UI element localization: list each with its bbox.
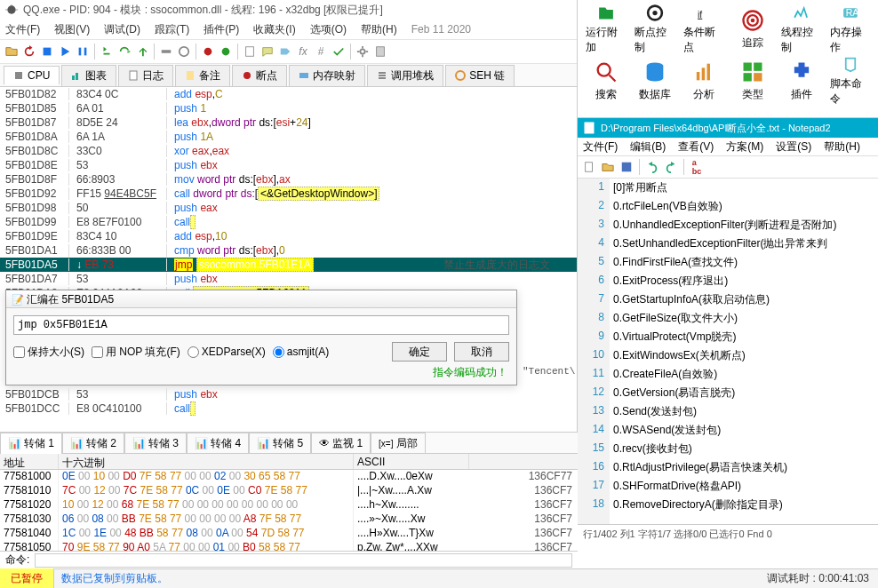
red-dot-icon[interactable] [200, 44, 216, 60]
text-line[interactable]: 0.CreateFileA(自效验) [613, 367, 874, 385]
notepad-toolbar[interactable]: abc [578, 155, 878, 179]
watch-tab[interactable]: 👁 监视 1 [311, 433, 371, 454]
ok-button[interactable]: 确定 [392, 342, 447, 362]
text-line[interactable]: 0.GetFileSize(取文件大小) [613, 311, 874, 330]
tool-cond-bp[interactable]: if条件断点 [683, 4, 724, 55]
label-icon[interactable] [277, 44, 293, 60]
np-menu-settings[interactable]: 设置(S) [776, 139, 811, 155]
locals-tab[interactable]: [x=] 局部 [371, 433, 425, 454]
dump-tabs[interactable]: 📊 转储 1 📊 转储 2 📊 转储 3 📊 转储 4 📊 转储 5 👁 监视 … [0, 433, 578, 454]
tab-bp[interactable]: 断点 [232, 65, 287, 86]
debugger-tabs[interactable]: CPU 图表 日志 备注 断点 内存映射 调用堆栈 SEH 链 [0, 64, 577, 87]
tool-search[interactable]: 搜索 [586, 55, 627, 107]
assemble-input[interactable] [13, 315, 509, 335]
disasm-row[interactable]: 5FB01D8283C4 0Cadd esp,C [0, 87, 577, 101]
script-icon[interactable] [242, 44, 258, 60]
dump-panel[interactable]: 📊 转储 1 📊 转储 2 📊 转储 3 📊 转储 4 📊 转储 5 👁 监视 … [0, 432, 578, 568]
cmd-input[interactable] [35, 553, 572, 568]
step-over-icon[interactable] [116, 44, 132, 60]
text-line[interactable]: 0.ExitWindowsEx(关机断点) [613, 348, 874, 367]
check-icon[interactable] [331, 44, 347, 60]
np-save-icon[interactable] [619, 159, 635, 175]
disasm-row[interactable]: 5FB01D99E8 8E7F0100call [0, 215, 577, 229]
pause-icon[interactable] [75, 44, 91, 60]
cancel-button[interactable]: 取消 [454, 342, 509, 362]
text-line[interactable]: 0.GetStartupInfoA(获取启动信息) [613, 292, 874, 311]
step-into-icon[interactable] [99, 44, 115, 60]
np-replace-icon[interactable]: abc [689, 159, 705, 175]
tool-type[interactable]: 类型 [732, 55, 773, 107]
np-menu-edit[interactable]: 编辑(B) [630, 139, 666, 155]
right-tool-palette[interactable]: 运行附加 断点控制 if条件断点 追踪 线程控制 RAM内存操作 搜索 数据库 … [578, 0, 878, 110]
stop-icon[interactable] [39, 44, 55, 60]
disasm-row[interactable]: 5FB01D856A 01push 1 [0, 101, 577, 115]
text-line[interactable]: 0.SHFormatDrive(格盘API) [613, 479, 874, 497]
text-line[interactable]: 0.VirtualProtect(Vmp脱壳) [613, 330, 874, 348]
gear-icon[interactable] [355, 44, 371, 60]
menu-file[interactable]: 文件(F) [5, 22, 40, 37]
text-line[interactable]: 0.recv(接收封包) [613, 441, 874, 460]
stack-addr[interactable]: 136CF7 [528, 498, 578, 513]
stack-addr[interactable]: 136CF7 [528, 513, 578, 527]
np-menu-view[interactable]: 查看(V) [678, 139, 714, 155]
xedparse-radio[interactable]: XEDParse(X) [188, 346, 266, 358]
disasm-row[interactable]: 5FB01DCB53push ebx [0, 387, 578, 401]
np-menu-help[interactable]: 帮助(H) [824, 139, 860, 155]
dump-tab-2[interactable]: 📊 转储 2 [62, 433, 124, 454]
menu-fav[interactable]: 收藏夹(I) [253, 22, 295, 37]
tab-chart[interactable]: 图表 [61, 65, 116, 86]
trace-icon[interactable] [176, 44, 192, 60]
np-menu-scheme[interactable]: 方案(M) [726, 139, 763, 155]
text-line[interactable]: 0.rtcFileLen(VB自效验) [613, 199, 874, 218]
tool-database[interactable]: 数据库 [635, 55, 675, 107]
np-redo-icon[interactable] [663, 159, 679, 175]
nop-fill-checkbox[interactable]: 用 NOP 填充(F) [92, 345, 180, 360]
patch-icon[interactable] [158, 44, 174, 60]
tab-notes[interactable]: 备注 [175, 65, 230, 86]
np-open-icon[interactable] [600, 159, 616, 175]
tab-log[interactable]: 日志 [118, 65, 173, 86]
text-line[interactable]: 0.RtlAdjustPrivilege(易语言快速关机) [613, 460, 874, 479]
menu-view[interactable]: 视图(V) [54, 22, 90, 37]
text-line[interactable]: 0.UnhandledExceptionFilter(判断进程是否附加) [613, 218, 874, 236]
cmd-row[interactable]: 命令: [0, 551, 578, 568]
comment-icon[interactable] [259, 44, 275, 60]
text-line[interactable]: 0.GetVersion(易语言脱壳) [613, 385, 874, 404]
dump-tab-1[interactable]: 📊 转储 1 [0, 433, 62, 454]
disasm-extra[interactable]: 5FB01DCB53push ebx5FB01DCCE8 0C410100cal… [0, 387, 578, 416]
disasm-row[interactable]: 5FB01D9850push eax [0, 201, 577, 215]
notepad-menu[interactable]: 文件(F) 编辑(B) 查看(V) 方案(M) 设置(S) 帮助(H) [578, 138, 878, 155]
disasm-row[interactable]: 5FB01D878D5E 24lea ebx,dword ptr ds:[esi… [0, 115, 577, 130]
np-menu-file[interactable]: 文件(F) [583, 139, 618, 155]
stack-preview[interactable]: 136CF77136CF7136CF7136CF7136CF7136CF7136… [528, 470, 578, 555]
tool-plugin[interactable]: 插件 [781, 55, 822, 107]
tool-thread-ctrl[interactable]: 线程控制 [781, 4, 822, 55]
notepad-text[interactable]: [0]常用断点0.rtcFileLen(VB自效验)0.UnhandledExc… [610, 179, 878, 524]
dump-row[interactable]: 775810107C 00 12 00 7C 7E 58 77 0C 00 0E… [0, 484, 578, 498]
tool-trace[interactable]: 追踪 [732, 4, 773, 55]
np-new-icon[interactable] [581, 159, 597, 175]
tool-bp-ctrl[interactable]: 断点控制 [635, 4, 675, 55]
menu-help[interactable]: 帮助(H) [361, 22, 397, 37]
disasm-row[interactable]: 5FB01D8C33C0xor eax,eax [0, 144, 577, 158]
tool-script[interactable]: 脚本命令 [830, 55, 871, 107]
menu-trace[interactable]: 跟踪(T) [155, 22, 189, 37]
dump-row[interactable]: 775810000E 00 10 00 D0 7F 58 77 00 00 02… [0, 470, 578, 484]
calc-icon[interactable] [372, 44, 388, 60]
np-undo-icon[interactable] [644, 159, 660, 175]
keep-size-checkbox[interactable]: 保持大小(S) [13, 345, 84, 360]
dump-tab-3[interactable]: 📊 转储 3 [124, 433, 187, 454]
text-line[interactable]: 0.Send(发送封包) [613, 404, 874, 423]
tab-cpu[interactable]: CPU [4, 66, 60, 84]
tool-analyze[interactable]: 分析 [683, 55, 724, 107]
disasm-row[interactable]: 5FB01DCCE8 0C410100call [0, 401, 578, 416]
tab-stack[interactable]: 调用堆栈 [367, 65, 443, 86]
step-out-icon[interactable] [134, 44, 150, 60]
disasm-row[interactable]: 5FB01D8E53push ebx [0, 158, 577, 172]
stack-addr[interactable]: 136CF77 [528, 470, 578, 484]
disasm-row[interactable]: 5FB01DA5↓ EB 73jmp ssocommon.5FB01E1A禁止生… [0, 258, 577, 272]
fx-icon[interactable]: fx [295, 44, 311, 60]
dump-row[interactable]: 775810401C 00 1E 00 48 BB 58 77 08 00 0A… [0, 527, 578, 541]
tab-mem[interactable]: 内存映射 [289, 65, 365, 86]
menu-options[interactable]: 选项(O) [310, 22, 347, 37]
